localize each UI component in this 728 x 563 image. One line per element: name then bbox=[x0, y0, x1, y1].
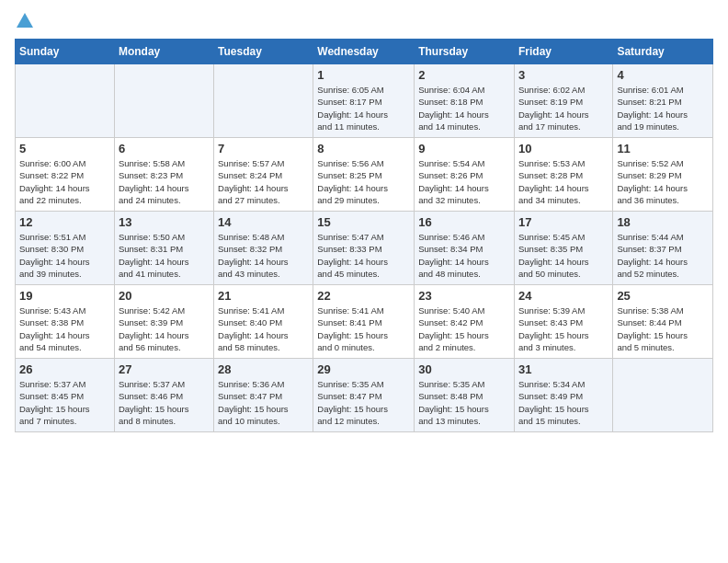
day-info: Sunrise: 5:37 AM Sunset: 8:46 PM Dayligh… bbox=[119, 378, 210, 427]
day-number: 25 bbox=[617, 289, 709, 303]
day-info: Sunrise: 5:36 AM Sunset: 8:47 PM Dayligh… bbox=[218, 378, 309, 427]
day-info: Sunrise: 5:35 AM Sunset: 8:48 PM Dayligh… bbox=[418, 378, 510, 427]
day-number: 22 bbox=[317, 289, 410, 303]
calendar-cell: 9Sunrise: 5:54 AM Sunset: 8:26 PM Daylig… bbox=[415, 138, 515, 212]
day-of-week-header: Monday bbox=[114, 40, 213, 64]
day-info: Sunrise: 5:34 AM Sunset: 8:49 PM Dayligh… bbox=[518, 378, 609, 427]
day-number: 21 bbox=[218, 289, 309, 303]
calendar-cell: 25Sunrise: 5:38 AM Sunset: 8:44 PM Dayli… bbox=[613, 285, 713, 359]
day-number: 12 bbox=[19, 215, 110, 229]
calendar-cell: 3Sunrise: 6:02 AM Sunset: 8:19 PM Daylig… bbox=[514, 64, 612, 138]
calendar-cell: 17Sunrise: 5:45 AM Sunset: 8:35 PM Dayli… bbox=[514, 212, 612, 285]
day-info: Sunrise: 5:35 AM Sunset: 8:47 PM Dayligh… bbox=[317, 378, 410, 427]
day-number: 16 bbox=[418, 215, 510, 229]
day-number: 8 bbox=[317, 142, 410, 155]
day-info: Sunrise: 5:54 AM Sunset: 8:26 PM Dayligh… bbox=[418, 157, 510, 206]
calendar-cell: 20Sunrise: 5:42 AM Sunset: 8:39 PM Dayli… bbox=[114, 285, 213, 359]
day-of-week-header: Saturday bbox=[613, 40, 713, 64]
calendar-cell: 30Sunrise: 5:35 AM Sunset: 8:48 PM Dayli… bbox=[415, 359, 515, 432]
calendar-week-row: 26Sunrise: 5:37 AM Sunset: 8:45 PM Dayli… bbox=[16, 359, 713, 432]
calendar-cell: 19Sunrise: 5:43 AM Sunset: 8:38 PM Dayli… bbox=[16, 285, 115, 359]
day-info: Sunrise: 5:37 AM Sunset: 8:45 PM Dayligh… bbox=[19, 378, 110, 427]
calendar-table: SundayMondayTuesdayWednesdayThursdayFrid… bbox=[15, 39, 713, 432]
day-info: Sunrise: 5:43 AM Sunset: 8:38 PM Dayligh… bbox=[19, 304, 110, 353]
calendar-cell: 31Sunrise: 5:34 AM Sunset: 8:49 PM Dayli… bbox=[514, 359, 612, 432]
logo bbox=[15, 15, 33, 28]
day-info: Sunrise: 5:51 AM Sunset: 8:30 PM Dayligh… bbox=[19, 231, 110, 280]
calendar-cell: 6Sunrise: 5:58 AM Sunset: 8:23 PM Daylig… bbox=[114, 138, 213, 212]
day-info: Sunrise: 6:04 AM Sunset: 8:18 PM Dayligh… bbox=[418, 84, 510, 132]
day-number: 1 bbox=[317, 68, 410, 82]
day-info: Sunrise: 5:44 AM Sunset: 8:37 PM Dayligh… bbox=[617, 231, 709, 280]
day-number: 17 bbox=[518, 215, 609, 229]
day-info: Sunrise: 5:46 AM Sunset: 8:34 PM Dayligh… bbox=[418, 231, 510, 280]
day-number: 31 bbox=[518, 362, 609, 376]
day-number: 3 bbox=[518, 68, 609, 82]
calendar-cell: 7Sunrise: 5:57 AM Sunset: 8:24 PM Daylig… bbox=[214, 138, 313, 212]
day-of-week-header: Friday bbox=[514, 40, 612, 64]
calendar-week-row: 12Sunrise: 5:51 AM Sunset: 8:30 PM Dayli… bbox=[16, 212, 713, 285]
calendar-cell: 21Sunrise: 5:41 AM Sunset: 8:40 PM Dayli… bbox=[214, 285, 313, 359]
day-info: Sunrise: 5:39 AM Sunset: 8:43 PM Dayligh… bbox=[518, 304, 609, 353]
day-number: 5 bbox=[19, 142, 110, 155]
day-info: Sunrise: 5:57 AM Sunset: 8:24 PM Dayligh… bbox=[218, 157, 309, 206]
day-info: Sunrise: 5:50 AM Sunset: 8:31 PM Dayligh… bbox=[119, 231, 210, 280]
calendar-cell: 22Sunrise: 5:41 AM Sunset: 8:41 PM Dayli… bbox=[313, 285, 415, 359]
day-number: 26 bbox=[19, 362, 110, 376]
day-info: Sunrise: 5:47 AM Sunset: 8:33 PM Dayligh… bbox=[317, 231, 410, 280]
day-of-week-header: Sunday bbox=[16, 40, 115, 64]
day-number: 28 bbox=[218, 362, 309, 376]
day-number: 24 bbox=[518, 289, 609, 303]
day-number: 29 bbox=[317, 362, 410, 376]
day-info: Sunrise: 5:41 AM Sunset: 8:40 PM Dayligh… bbox=[218, 304, 309, 353]
day-of-week-header: Wednesday bbox=[313, 40, 415, 64]
calendar-cell bbox=[214, 64, 313, 138]
calendar-cell: 26Sunrise: 5:37 AM Sunset: 8:45 PM Dayli… bbox=[16, 359, 115, 432]
calendar-cell: 11Sunrise: 5:52 AM Sunset: 8:29 PM Dayli… bbox=[613, 138, 713, 212]
calendar-cell: 15Sunrise: 5:47 AM Sunset: 8:33 PM Dayli… bbox=[313, 212, 415, 285]
day-number: 2 bbox=[418, 68, 510, 82]
calendar-cell: 27Sunrise: 5:37 AM Sunset: 8:46 PM Dayli… bbox=[114, 359, 213, 432]
day-of-week-header: Thursday bbox=[415, 40, 515, 64]
day-number: 19 bbox=[19, 289, 110, 303]
day-info: Sunrise: 5:38 AM Sunset: 8:44 PM Dayligh… bbox=[617, 304, 709, 353]
calendar-week-row: 19Sunrise: 5:43 AM Sunset: 8:38 PM Dayli… bbox=[16, 285, 713, 359]
calendar-cell: 23Sunrise: 5:40 AM Sunset: 8:42 PM Dayli… bbox=[415, 285, 515, 359]
calendar-cell: 5Sunrise: 6:00 AM Sunset: 8:22 PM Daylig… bbox=[16, 138, 115, 212]
day-number: 11 bbox=[617, 142, 709, 155]
day-info: Sunrise: 6:00 AM Sunset: 8:22 PM Dayligh… bbox=[19, 157, 110, 206]
day-number: 14 bbox=[218, 215, 309, 229]
day-number: 7 bbox=[218, 142, 309, 155]
day-number: 27 bbox=[119, 362, 210, 376]
calendar-cell: 18Sunrise: 5:44 AM Sunset: 8:37 PM Dayli… bbox=[613, 212, 713, 285]
day-number: 13 bbox=[119, 215, 210, 229]
day-info: Sunrise: 5:45 AM Sunset: 8:35 PM Dayligh… bbox=[518, 231, 609, 280]
calendar-cell bbox=[613, 359, 713, 432]
calendar-cell: 8Sunrise: 5:56 AM Sunset: 8:25 PM Daylig… bbox=[313, 138, 415, 212]
calendar-cell: 1Sunrise: 6:05 AM Sunset: 8:17 PM Daylig… bbox=[313, 64, 415, 138]
day-info: Sunrise: 5:42 AM Sunset: 8:39 PM Dayligh… bbox=[119, 304, 210, 353]
page-header bbox=[15, 15, 713, 28]
day-info: Sunrise: 6:02 AM Sunset: 8:19 PM Dayligh… bbox=[518, 84, 609, 132]
calendar-cell: 10Sunrise: 5:53 AM Sunset: 8:28 PM Dayli… bbox=[514, 138, 612, 212]
calendar-cell: 4Sunrise: 6:01 AM Sunset: 8:21 PM Daylig… bbox=[613, 64, 713, 138]
calendar-cell bbox=[114, 64, 213, 138]
day-info: Sunrise: 6:05 AM Sunset: 8:17 PM Dayligh… bbox=[317, 84, 410, 132]
svg-marker-0 bbox=[17, 13, 33, 28]
calendar-cell: 13Sunrise: 5:50 AM Sunset: 8:31 PM Dayli… bbox=[114, 212, 213, 285]
logo-triangle-icon bbox=[17, 13, 33, 28]
calendar-cell: 16Sunrise: 5:46 AM Sunset: 8:34 PM Dayli… bbox=[415, 212, 515, 285]
calendar-cell: 2Sunrise: 6:04 AM Sunset: 8:18 PM Daylig… bbox=[415, 64, 515, 138]
calendar-week-row: 5Sunrise: 6:00 AM Sunset: 8:22 PM Daylig… bbox=[16, 138, 713, 212]
calendar-cell: 28Sunrise: 5:36 AM Sunset: 8:47 PM Dayli… bbox=[214, 359, 313, 432]
calendar-cell: 12Sunrise: 5:51 AM Sunset: 8:30 PM Dayli… bbox=[16, 212, 115, 285]
day-info: Sunrise: 5:58 AM Sunset: 8:23 PM Dayligh… bbox=[119, 157, 210, 206]
day-number: 9 bbox=[418, 142, 510, 155]
calendar-cell: 24Sunrise: 5:39 AM Sunset: 8:43 PM Dayli… bbox=[514, 285, 612, 359]
day-info: Sunrise: 5:41 AM Sunset: 8:41 PM Dayligh… bbox=[317, 304, 410, 353]
day-info: Sunrise: 5:48 AM Sunset: 8:32 PM Dayligh… bbox=[218, 231, 309, 280]
day-info: Sunrise: 5:56 AM Sunset: 8:25 PM Dayligh… bbox=[317, 157, 410, 206]
day-number: 20 bbox=[119, 289, 210, 303]
calendar-week-row: 1Sunrise: 6:05 AM Sunset: 8:17 PM Daylig… bbox=[16, 64, 713, 138]
day-number: 30 bbox=[418, 362, 510, 376]
